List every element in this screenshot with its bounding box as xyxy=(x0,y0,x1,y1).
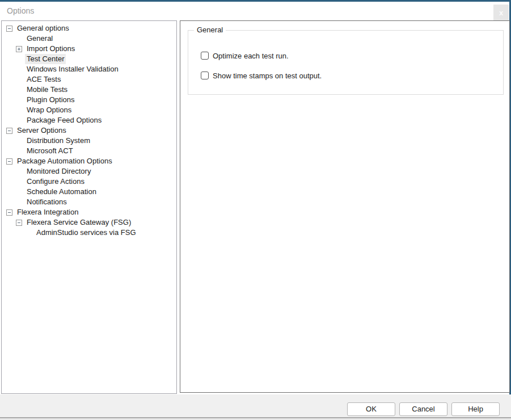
glyph-spacer xyxy=(16,97,22,103)
settings-content-panel: General Optimize each test run. Show tim… xyxy=(180,20,510,393)
glyph-spacer xyxy=(16,107,22,114)
tree-item-label: Mobile Tests xyxy=(25,85,69,95)
dialog-footer: OK Cancel Help xyxy=(0,394,511,417)
glyph-spacer xyxy=(16,66,22,73)
tree-item-label: Plugin Options xyxy=(25,95,77,105)
glyph-spacer xyxy=(16,148,22,154)
glyph-spacer xyxy=(16,87,22,93)
close-icon: x xyxy=(499,9,503,17)
tree-item[interactable]: ACE Tests xyxy=(2,74,176,85)
tree-item[interactable]: Schedule Automation xyxy=(2,187,176,197)
tree-item-label: Flexera Integration xyxy=(15,207,80,217)
tree-item-label: Test Center xyxy=(25,54,66,64)
tree-item-label: Flexera Service Gateway (FSG) xyxy=(25,217,133,228)
tree-item[interactable]: Import Options xyxy=(2,44,176,54)
glyph-spacer xyxy=(16,189,22,195)
tree-item[interactable]: Distribution System xyxy=(2,136,176,146)
tree-item[interactable]: Flexera Integration xyxy=(2,207,176,217)
glyph-spacer xyxy=(16,36,22,42)
tree-item[interactable]: Wrap Options xyxy=(2,105,176,115)
tree-item[interactable]: Configure Actions xyxy=(2,177,176,187)
collapse-icon[interactable] xyxy=(6,128,12,134)
tree-item[interactable]: Notifications xyxy=(2,197,176,207)
tree-item-label: Windows Installer Validation xyxy=(25,64,120,74)
checkbox-label: Optimize each test run. xyxy=(213,52,289,60)
tree-item[interactable]: General xyxy=(2,33,176,44)
general-group-box: General Optimize each test run. Show tim… xyxy=(188,30,504,95)
window-top-accent-border xyxy=(0,0,511,2)
tree-item-label: Distribution System xyxy=(25,136,92,146)
tree-item-label: Configure Actions xyxy=(25,177,86,187)
glyph-spacer xyxy=(16,169,22,175)
tree-item[interactable]: Package Automation Options xyxy=(2,156,176,166)
close-button[interactable]: x xyxy=(493,5,509,20)
glyph-spacer xyxy=(16,179,22,185)
glyph-spacer xyxy=(26,230,32,236)
options-dialog: Options x General optionsGeneralImport O… xyxy=(0,0,511,420)
tree-item[interactable]: Microsoft ACT xyxy=(2,146,176,156)
glyph-spacer xyxy=(16,199,22,205)
tree-item-label: AdminStudio services via FSG xyxy=(35,228,138,238)
glyph-spacer xyxy=(16,117,22,124)
tree-item-label: ACE Tests xyxy=(25,74,62,85)
tree-item[interactable]: Monitored Directory xyxy=(2,166,176,177)
tree-item-label: Import Options xyxy=(25,44,77,54)
tree-item-label: Package Feed Options xyxy=(25,115,103,125)
show-timestamps-checkbox[interactable] xyxy=(201,72,209,79)
tree-item-label: Notifications xyxy=(25,197,69,207)
tree-item[interactable]: General options xyxy=(2,23,176,33)
tree-item-label: Microsoft ACT xyxy=(25,146,75,156)
tree-item-label: Monitored Directory xyxy=(25,166,92,177)
checkbox-label: Show time stamps on test output. xyxy=(213,72,322,80)
tree-item[interactable]: Mobile Tests xyxy=(2,85,176,95)
collapse-icon[interactable] xyxy=(6,158,12,165)
expand-icon[interactable] xyxy=(16,46,22,52)
tree-item-label: Schedule Automation xyxy=(25,187,98,197)
collapse-icon[interactable] xyxy=(6,209,12,216)
help-button[interactable]: Help xyxy=(451,402,500,416)
options-tree[interactable]: General optionsGeneralImport OptionsTest… xyxy=(1,20,177,394)
glyph-spacer xyxy=(16,77,22,83)
tree-item[interactable]: Plugin Options xyxy=(2,95,176,105)
optimize-test-run-checkbox[interactable] xyxy=(201,52,209,60)
glyph-spacer xyxy=(16,56,22,62)
tree-item-label: Server Options xyxy=(15,125,68,136)
tree-item-label: General xyxy=(25,33,54,44)
tree-item[interactable]: Server Options xyxy=(2,125,176,136)
window-title: Options xyxy=(7,6,34,15)
tree-item-label: General options xyxy=(15,23,71,33)
collapse-icon[interactable] xyxy=(6,26,12,32)
glyph-spacer xyxy=(16,138,22,144)
tree-item-label: Wrap Options xyxy=(25,105,73,115)
collapse-icon[interactable] xyxy=(16,220,22,226)
ok-button[interactable]: OK xyxy=(347,402,395,416)
tree-item[interactable]: Flexera Service Gateway (FSG) xyxy=(2,217,176,228)
tree-item[interactable]: Package Feed Options xyxy=(2,115,176,125)
optimize-test-run-row[interactable]: Optimize each test run. xyxy=(201,51,289,60)
cancel-button[interactable]: Cancel xyxy=(399,402,447,416)
show-timestamps-row[interactable]: Show time stamps on test output. xyxy=(201,71,322,80)
tree-item[interactable]: Test Center xyxy=(2,54,176,64)
tree-item-label: Package Automation Options xyxy=(15,156,114,166)
tree-item[interactable]: Windows Installer Validation xyxy=(2,64,176,74)
tree-item[interactable]: AdminStudio services via FSG xyxy=(2,228,176,238)
group-box-title: General xyxy=(194,26,226,34)
